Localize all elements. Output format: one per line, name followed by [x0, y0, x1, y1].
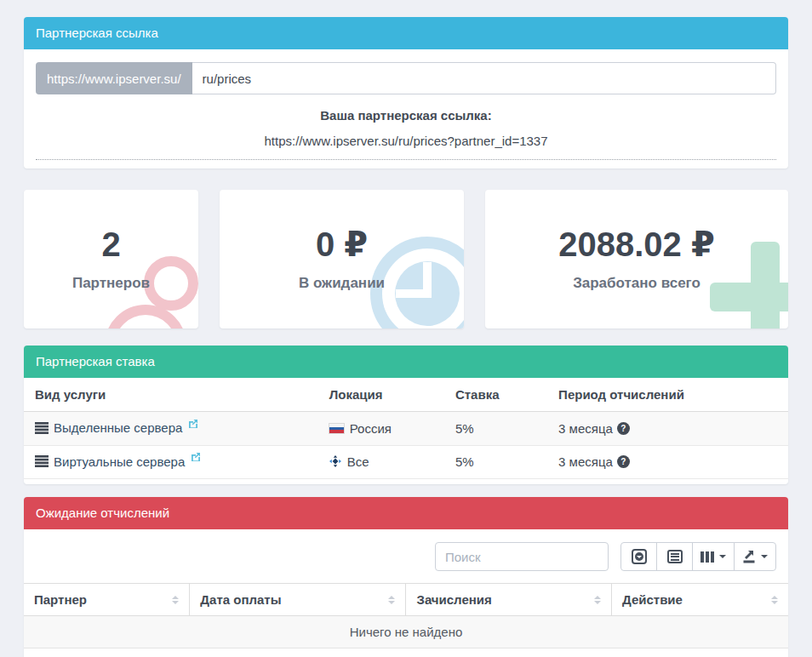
location-all: Все: [329, 454, 369, 469]
period-value: 3 месяца ?: [558, 421, 630, 436]
detail-view-button[interactable]: [656, 542, 693, 571]
partner-rate-panel: Партнерская ставка Вид услуги Локация Ст…: [24, 346, 788, 484]
partner-link-panel: Партнерская ссылка https://www.ipserver.…: [24, 17, 788, 169]
rate-row-dedicated: Выделенные сервера Россия: [24, 412, 788, 446]
search-input[interactable]: [435, 542, 609, 571]
pending-label: В ожидании: [299, 275, 385, 292]
stat-card-earned: 2088.02 ₽ Заработано всего: [485, 190, 788, 328]
partner-link-url[interactable]: https://www.ipserver.su/ru/prices?partne…: [36, 134, 776, 148]
table-toolbar: [24, 529, 788, 583]
rate-col-location: Локация: [318, 378, 444, 412]
stat-card-pending: 0 ₽ В ожидании: [220, 190, 464, 328]
rate-value: 5%: [444, 412, 547, 446]
rate-col-period: Период отчислений: [547, 378, 788, 412]
external-link-icon: [191, 452, 201, 462]
partner-link-label: Ваша партнерская ссылка:: [36, 108, 776, 123]
partners-count: 2: [101, 227, 120, 261]
partner-rate-panel-title: Партнерская ставка: [24, 346, 788, 378]
help-icon[interactable]: ?: [617, 422, 630, 435]
pending-col-payment-date[interactable]: Дата оплаты: [190, 584, 406, 616]
rate-row-virtual: Виртуальные сервера: [24, 445, 788, 479]
url-path-input[interactable]: [192, 62, 776, 94]
columns-icon: [700, 551, 714, 563]
sort-icon[interactable]: [594, 596, 601, 604]
rate-col-rate: Ставка: [444, 378, 547, 412]
stat-card-partners: 2 Партнеров: [24, 190, 198, 328]
virtual-servers-link[interactable]: Виртуальные сервера: [35, 454, 200, 469]
partners-label: Партнеров: [72, 275, 150, 292]
stats-row: 2 Партнеров 0 ₽ В ожидании 2088.02 ₽ Зар…: [24, 190, 788, 328]
affiliate-dashboard: Партнерская ссылка https://www.ipserver.…: [0, 0, 812, 657]
sort-icon[interactable]: [172, 596, 179, 604]
detail-view-icon: [667, 550, 683, 563]
pending-col-action[interactable]: Действие: [612, 584, 788, 616]
export-icon: [742, 550, 756, 563]
empty-results-text: Ничего не найдено: [24, 616, 788, 648]
pending-panel-title: Ожидание отчислений: [24, 497, 788, 529]
dedicated-servers-link[interactable]: Выделенные сервера: [35, 420, 197, 435]
help-icon[interactable]: ?: [617, 455, 630, 468]
columns-dropdown-button[interactable]: [692, 542, 735, 571]
external-link-icon: [188, 419, 198, 429]
russia-flag-icon: [329, 424, 344, 433]
url-prefix-addon: https://www.ipserver.su/: [36, 62, 192, 94]
pending-col-partner[interactable]: Партнер: [24, 584, 190, 616]
table-toolbar-buttons: [620, 542, 776, 571]
sort-icon[interactable]: [771, 596, 778, 604]
pending-deductions-panel: Ожидание отчислений: [24, 497, 788, 657]
partner-link-panel-title: Партнерская ссылка: [24, 17, 788, 49]
sort-icon[interactable]: [388, 596, 395, 604]
toggle-pagination-button[interactable]: [620, 542, 657, 571]
pending-table: Партнер Дата оплаты Зачисления: [24, 583, 788, 648]
period-value: 3 месяца ?: [558, 454, 630, 469]
export-dropdown-button[interactable]: [734, 542, 776, 571]
partner-link-input-group: https://www.ipserver.su/: [36, 62, 776, 94]
rate-value: 5%: [444, 445, 547, 479]
earned-amount: 2088.02 ₽: [558, 227, 715, 261]
server-icon: [35, 422, 49, 434]
pending-amount: 0 ₽: [316, 227, 368, 261]
plus-icon: [710, 242, 788, 328]
earned-label: Заработано всего: [573, 275, 700, 292]
pending-col-accruals[interactable]: Зачисления: [406, 584, 612, 616]
chevron-down-icon: [719, 555, 726, 558]
toggle-pagination-icon: [632, 549, 647, 564]
rate-table: Вид услуги Локация Ставка Период отчисле…: [24, 378, 788, 479]
empty-results-row: Ничего не найдено: [24, 616, 788, 648]
dotted-divider: [36, 159, 776, 160]
chevron-down-icon: [761, 555, 768, 558]
location-russia: Россия: [329, 421, 392, 436]
server-icon: [35, 455, 49, 467]
all-locations-icon: [329, 455, 341, 467]
partner-link-panel-body: https://www.ipserver.su/ Ваша партнерска…: [24, 49, 788, 169]
rate-col-service: Вид услуги: [24, 378, 318, 412]
